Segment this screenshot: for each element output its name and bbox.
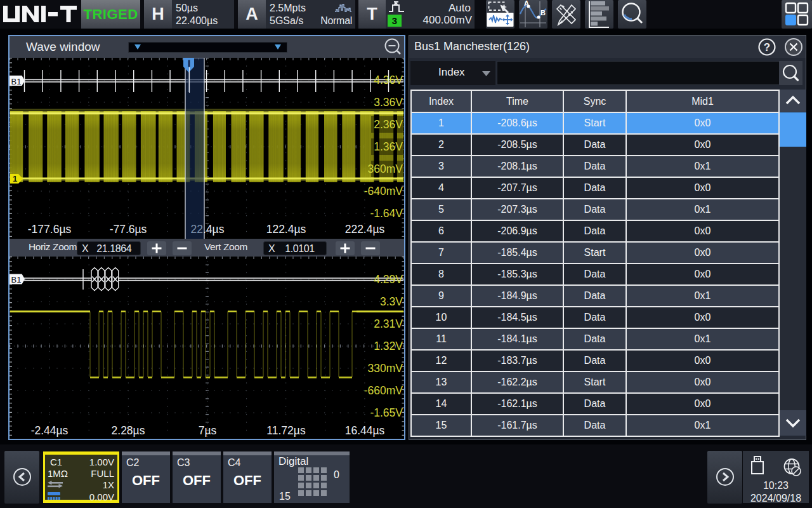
- svg-text:4.29V: 4.29V: [374, 273, 403, 286]
- svg-text:3.3V: 3.3V: [380, 295, 403, 308]
- svg-text:330mV: 330mV: [368, 362, 403, 375]
- svg-text:122.4µs: 122.4µs: [266, 223, 306, 236]
- svg-text:3.36V: 3.36V: [374, 96, 403, 109]
- svg-text:-177.6µs: -177.6µs: [28, 223, 72, 236]
- svg-text:16.44µs: 16.44µs: [345, 424, 385, 437]
- svg-text:A: A: [524, 0, 529, 7]
- svg-text:-640mV: -640mV: [364, 185, 403, 197]
- svg-text:360mV: 360mV: [368, 163, 403, 175]
- svg-text:11.72µs: 11.72µs: [266, 424, 306, 437]
- svg-text:222.4µs: 222.4µs: [345, 223, 385, 236]
- svg-text:7µs: 7µs: [199, 424, 217, 437]
- svg-text:4.36V: 4.36V: [374, 74, 403, 86]
- svg-text:1.36V: 1.36V: [374, 140, 403, 153]
- svg-text:1.32V: 1.32V: [374, 340, 403, 352]
- svg-text:B1: B1: [11, 275, 22, 284]
- svg-text:2.28µs: 2.28µs: [112, 424, 145, 437]
- svg-text:-2.44µs: -2.44µs: [31, 424, 69, 437]
- svg-text:-1.65V: -1.65V: [370, 406, 403, 419]
- svg-text:-77.6µs: -77.6µs: [110, 223, 147, 236]
- svg-text:-660mV: -660mV: [364, 384, 403, 397]
- svg-text:B: B: [540, 9, 546, 17]
- svg-text:?: ?: [764, 41, 770, 53]
- svg-text:2.31V: 2.31V: [374, 318, 403, 330]
- svg-text:B1: B1: [11, 77, 22, 86]
- svg-text:1: 1: [13, 174, 17, 184]
- svg-text:-1.64V: -1.64V: [370, 207, 403, 220]
- svg-text:22.4µs: 22.4µs: [191, 223, 225, 236]
- svg-text:2.36V: 2.36V: [374, 118, 403, 131]
